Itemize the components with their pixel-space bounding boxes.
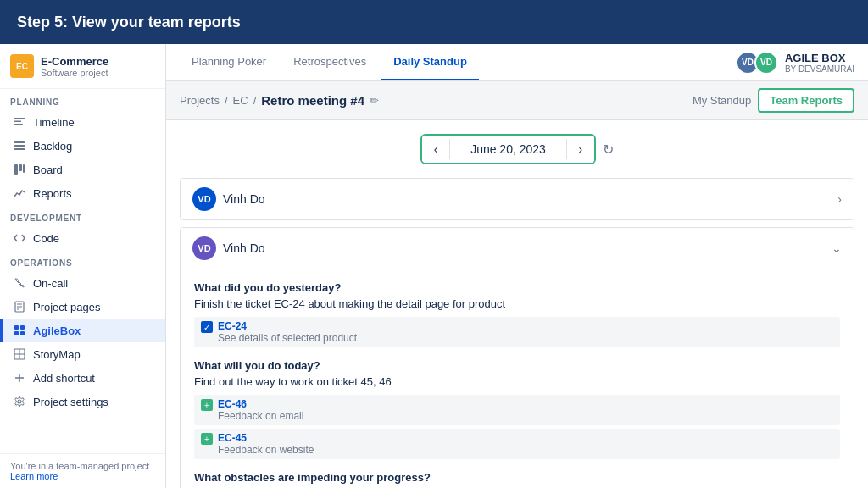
breadcrumb-bar: Projects / EC / Retro meeting #4 ✏ My St… — [166, 81, 868, 120]
svg-rect-3 — [14, 141, 25, 143]
tabs: Planning Poker Retrospectives Daily Stan… — [180, 44, 479, 80]
project-sub: Software project — [41, 68, 108, 78]
reports-icon — [13, 186, 26, 200]
board-icon — [13, 163, 26, 176]
reports-label: Reports — [33, 187, 72, 200]
ticket-id-2: EC-46 — [218, 398, 303, 410]
date-nav-label: June 20, 2023 — [449, 139, 567, 159]
sidebar-item-oncall[interactable]: On-call — [0, 271, 165, 295]
person-card-collapsed-header[interactable]: VD Vinh Do › — [181, 179, 854, 219]
agilebox-icon — [13, 324, 26, 337]
footer-learn-more[interactable]: Learn more — [10, 471, 58, 481]
add-shortcut-icon — [13, 371, 26, 385]
sidebar-item-backlog[interactable]: Backlog — [0, 134, 165, 158]
sidebar-item-storymap[interactable]: StoryMap — [0, 342, 165, 366]
date-nav: ‹ June 20, 2023 › ↻ — [180, 134, 854, 164]
ticket-ec45[interactable]: + EC-45 Feedback on website — [194, 429, 840, 459]
avatar-2: VD — [754, 51, 778, 75]
code-label: Code — [33, 232, 59, 245]
breadcrumb-sep-2: / — [253, 94, 257, 107]
svg-rect-1 — [14, 121, 21, 123]
date-nav-box: ‹ June 20, 2023 › — [420, 134, 596, 164]
breadcrumb: Projects / EC / Retro meeting #4 ✏ — [180, 93, 379, 108]
svg-rect-15 — [14, 331, 19, 336]
svg-rect-14 — [20, 325, 25, 330]
sidebar-item-project-settings[interactable]: Project settings — [0, 390, 165, 413]
obstacles-question: What obstacles are impeding your progres… — [194, 471, 840, 484]
project-name: E-Commerce — [41, 55, 108, 68]
tab-retrospectives[interactable]: Retrospectives — [281, 44, 378, 80]
agilebox-label: AgileBox — [33, 324, 81, 337]
sidebar-item-timeline[interactable]: Timeline — [0, 110, 165, 134]
person-avatar-2: VD — [192, 236, 216, 260]
edit-icon[interactable]: ✏ — [370, 94, 379, 107]
tab-planning-poker[interactable]: Planning Poker — [180, 44, 278, 80]
footer-line1: You're in a team-managed project — [10, 461, 155, 471]
yesterday-answer: Finish the ticket EC-24 about making the… — [194, 297, 840, 310]
agile-box-label: AGILE BOX — [785, 52, 854, 64]
ticket-ec46[interactable]: + EC-46 Feedback on email — [194, 395, 840, 425]
refresh-icon[interactable]: ↻ — [603, 141, 614, 158]
timeline-label: Timeline — [33, 116, 75, 129]
project-settings-icon — [13, 395, 26, 408]
my-standup-label[interactable]: My Standup — [693, 94, 751, 107]
code-icon — [13, 231, 26, 245]
svg-rect-0 — [14, 118, 25, 119]
today-answer: Find out the way to work on ticket 45, 4… — [194, 375, 840, 388]
ticket-desc-2: Feedback on email — [218, 410, 303, 422]
sidebar-item-code[interactable]: Code — [0, 226, 165, 250]
sidebar-item-board[interactable]: Board — [0, 158, 165, 181]
sidebar-item-agilebox[interactable]: AgileBox — [0, 319, 165, 342]
section-label-operations: OPERATIONS — [0, 250, 165, 271]
avatar-group: VD VD — [736, 51, 778, 75]
breadcrumb-current: Retro meeting #4 — [261, 93, 364, 108]
date-nav-next[interactable]: › — [567, 136, 594, 163]
svg-rect-6 — [14, 164, 18, 175]
section-label-planning: PLANNING — [0, 89, 165, 110]
board-label: Board — [33, 164, 63, 176]
backlog-icon — [13, 139, 26, 152]
sidebar-item-project-pages[interactable]: Project pages — [0, 295, 165, 319]
breadcrumb-sep-1: / — [225, 94, 228, 107]
person-card-expanded: VD Vinh Do ⌄ What did you do yesterday? … — [180, 227, 854, 488]
project-pages-label: Project pages — [33, 301, 101, 313]
sidebar-item-reports[interactable]: Reports — [0, 181, 165, 205]
ticket-desc-1: See details of selected product — [218, 332, 357, 344]
project-settings-label: Project settings — [33, 396, 108, 408]
sidebar-item-add-shortcut[interactable]: Add shortcut — [0, 366, 165, 390]
breadcrumb-ec[interactable]: EC — [233, 94, 248, 107]
person-header-left-2: VD Vinh Do — [192, 236, 265, 260]
team-reports-button[interactable]: Team Reports — [758, 88, 854, 113]
page-body: ‹ June 20, 2023 › ↻ VD Vinh Do › — [166, 120, 868, 488]
svg-rect-7 — [19, 164, 22, 171]
breadcrumb-projects[interactable]: Projects — [180, 94, 220, 107]
storymap-icon — [13, 347, 26, 361]
top-banner: Step 5: View your team reports — [0, 0, 868, 44]
person-card-expanded-header[interactable]: VD Vinh Do ⌄ — [181, 228, 854, 269]
project-icon: EC — [10, 54, 34, 78]
ticket-id-1: EC-24 — [218, 320, 357, 332]
date-nav-prev[interactable]: ‹ — [422, 136, 449, 163]
right-actions: My Standup Team Reports — [693, 88, 854, 113]
svg-rect-13 — [14, 325, 19, 330]
sidebar: EC E-Commerce Software project PLANNING … — [0, 44, 166, 488]
timeline-icon — [13, 115, 26, 129]
ticket-desc-3: Feedback on website — [218, 444, 314, 456]
person-header-left: VD Vinh Do — [192, 187, 265, 211]
storymap-label: StoryMap — [33, 348, 81, 361]
agile-box-header: VD VD AGILE BOX BY DEVSAMURAI — [736, 51, 854, 75]
svg-point-22 — [18, 400, 21, 403]
banner-title: Step 5: View your team reports — [17, 14, 241, 31]
ticket-checkbox-2: + — [201, 399, 213, 411]
person-card-collapsed: VD Vinh Do › — [180, 178, 854, 220]
svg-rect-2 — [14, 124, 23, 125]
project-header[interactable]: EC E-Commerce Software project — [0, 44, 165, 89]
main-content: Planning Poker Retrospectives Daily Stan… — [166, 44, 868, 488]
tab-bar: Planning Poker Retrospectives Daily Stan… — [166, 44, 868, 81]
ticket-checkbox-3: + — [201, 433, 213, 445]
ticket-ec24[interactable]: ✓ EC-24 See details of selected product — [194, 317, 840, 347]
tab-daily-standup[interactable]: Daily Standup — [381, 44, 479, 80]
today-question: What will you do today? — [194, 359, 840, 372]
standup-section-today: What will you do today? Find out the way… — [194, 359, 840, 459]
ticket-id-3: EC-45 — [218, 432, 314, 444]
